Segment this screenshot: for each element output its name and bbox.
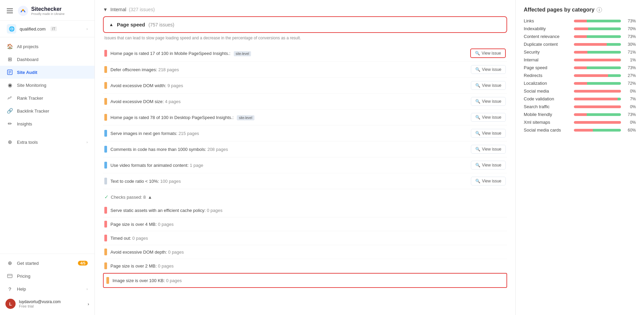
info-icon[interactable]: i — [597, 7, 602, 13]
issue-text: Avoid excessive DOM width: 9 pages — [110, 83, 468, 88]
category-name: Mobile friendly — [524, 112, 571, 117]
category-percent: 70% — [624, 26, 636, 31]
sidebar-item-all-projects[interactable]: 🏠 All projects — [0, 40, 95, 53]
checks-passed-label: Checks passed: 8 — [111, 195, 146, 200]
issue-text: Avoid excessive DOM size: 4 pages — [110, 99, 468, 104]
site-level-badge: site-level — [234, 51, 251, 56]
view-issue-button[interactable]: 🔍 View issue — [471, 145, 506, 154]
category-bar — [574, 27, 621, 30]
sidebar-item-label: Insights — [17, 121, 88, 126]
issue-severity-dot — [104, 262, 107, 269]
sidebar-item-get-started[interactable]: ⊕ Get started 4/5 — [0, 257, 95, 270]
internal-section-header[interactable]: ▼ Internal (327 issues) — [103, 7, 507, 12]
category-percent: 30% — [624, 42, 636, 47]
category-bar-green — [587, 51, 621, 54]
main-content: ▼ Internal (327 issues) ▲ Page speed (75… — [95, 0, 515, 315]
category-bar-red — [574, 82, 587, 85]
category-bar-green — [621, 59, 621, 61]
category-row: Redirects 27% — [524, 73, 636, 78]
category-name: Search traffic — [524, 104, 571, 109]
view-issue-button[interactable]: 🔍 View issue — [471, 177, 506, 185]
logo-text: Sitechecker Proudly made in Ukraine — [31, 6, 65, 16]
category-name: Content relevance — [524, 34, 571, 39]
sidebar-item-label: Dashboard — [17, 57, 88, 62]
category-bar-red — [574, 35, 587, 38]
category-bar — [574, 90, 621, 93]
view-issue-button[interactable]: 🔍 View issue — [471, 113, 506, 122]
issue-severity-dot — [104, 221, 107, 228]
category-percent: 73% — [624, 34, 636, 39]
issue-row: Home page is rated 17 of 100 in Mobile P… — [103, 45, 507, 62]
category-percent: 0% — [624, 104, 636, 109]
view-issue-button[interactable]: 🔍 View issue — [471, 65, 506, 74]
user-profile[interactable]: L luydavortu@vusra.com Free trial › — [0, 295, 95, 312]
search-icon: 🔍 — [475, 51, 480, 56]
checks-passed[interactable]: ✓ Checks passed: 8 ▲ — [103, 191, 507, 203]
search-icon: 🔍 — [475, 163, 480, 168]
home-icon: 🏠 — [7, 43, 13, 50]
rank-tracker-icon — [7, 95, 13, 101]
sidebar-item-backlink-tracker[interactable]: 🔗 Backlink Tracker — [0, 104, 95, 117]
issue-row: Text to code ratio < 10%: 100 pages 🔍 Vi… — [103, 173, 507, 189]
issue-text: Comments in code has more than 1000 symb… — [110, 147, 468, 152]
category-percent: 72% — [624, 81, 636, 86]
passed-issue-row: Timed out: 0 pages — [103, 231, 507, 245]
view-issue-button[interactable]: 🔍 View issue — [471, 161, 506, 170]
page-speed-section[interactable]: ▲ Page speed (757 issues) — [103, 16, 507, 33]
sidebar-item-extra-tools[interactable]: ⊕ Extra tools › — [0, 136, 95, 149]
sidebar-nav: 🏠 All projects ⊞ Dashboard Site Audit ◉ … — [0, 37, 95, 133]
page-speed-title: Page speed — [117, 22, 145, 27]
sidebar-item-dashboard[interactable]: ⊞ Dashboard — [0, 53, 95, 66]
issue-text: Serve static assets with an efficient ca… — [110, 208, 506, 213]
view-issue-button[interactable]: 🔍 View issue — [470, 48, 506, 58]
category-bar-green — [587, 35, 621, 38]
category-bar — [574, 66, 621, 69]
category-bar-green — [587, 20, 621, 22]
user-email: luydavortu@vusra.com — [19, 299, 61, 304]
hamburger-menu[interactable] — [5, 7, 14, 15]
category-row: Social media 0% — [524, 88, 636, 94]
category-bar-red — [574, 105, 621, 108]
issue-severity-dot — [104, 207, 107, 214]
view-issue-button[interactable]: 🔍 View issue — [471, 129, 506, 138]
site-selector[interactable]: 🌐 qualified.com IT › — [0, 21, 95, 37]
sidebar-item-pricing[interactable]: Pricing — [0, 270, 95, 282]
category-row: Security 71% — [524, 50, 636, 55]
category-name: Redirects — [524, 73, 571, 78]
issue-text: Page size is over 4 MB: 0 pages — [110, 222, 506, 227]
category-percent: 73% — [624, 65, 636, 70]
passed-issue-list: Serve static assets with an efficient ca… — [103, 203, 507, 288]
issue-row: Avoid excessive DOM width: 9 pages 🔍 Vie… — [103, 78, 507, 94]
category-bar-red — [574, 98, 618, 100]
category-bar — [574, 105, 621, 108]
issue-list: Home page is rated 17 of 100 in Mobile P… — [103, 45, 507, 189]
sidebar-header: Sitechecker Proudly made in Ukraine — [0, 0, 95, 21]
user-chevron: › — [88, 301, 89, 307]
sidebar-item-site-audit[interactable]: Site Audit — [0, 66, 95, 79]
issue-severity-dot — [104, 146, 107, 153]
issue-severity-dot — [104, 235, 107, 241]
category-bar-red — [574, 20, 587, 22]
search-icon: 🔍 — [475, 115, 480, 120]
view-issue-button[interactable]: 🔍 View issue — [471, 81, 506, 90]
site-audit-icon — [7, 69, 13, 75]
search-icon: 🔍 — [475, 99, 480, 104]
category-bar-red — [574, 129, 593, 132]
category-bar — [574, 59, 621, 61]
issue-severity-dot — [104, 114, 107, 121]
issue-text: Home page is rated 17 of 100 in Mobile P… — [110, 51, 467, 56]
view-issue-button[interactable]: 🔍 View issue — [471, 97, 506, 106]
issue-row: Home page is rated 78 of 100 in Desktop … — [103, 110, 507, 125]
svg-point-1 — [22, 9, 24, 11]
category-bar-red — [574, 74, 608, 77]
sidebar-item-site-monitoring[interactable]: ◉ Site Monitoring — [0, 79, 95, 92]
sidebar-item-help[interactable]: ? Help › — [0, 282, 95, 295]
issue-severity-dot — [104, 178, 107, 184]
issue-text: Home page is rated 78 of 100 in Desktop … — [110, 115, 468, 120]
passed-issue-row: Page size is over 2 MB: 0 pages — [103, 259, 507, 273]
sidebar-item-rank-tracker[interactable]: Rank Tracker — [0, 92, 95, 104]
category-bar-green — [618, 98, 621, 100]
category-name: Links — [524, 18, 571, 23]
sidebar-item-insights[interactable]: ✏ Insights — [0, 117, 95, 130]
issue-text: Use video formats for animated content: … — [110, 163, 468, 168]
